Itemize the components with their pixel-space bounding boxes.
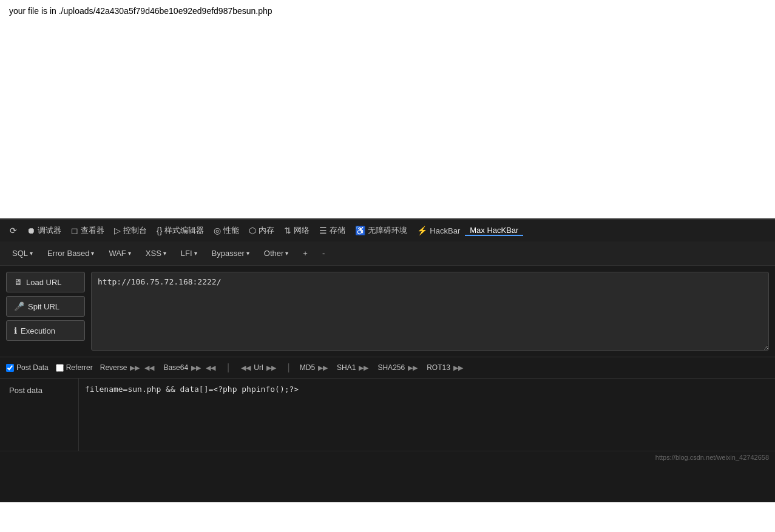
- execution-button[interactable]: ℹ Execution: [6, 320, 85, 341]
- action-buttons: 🖥 Load URL 🎤 Spit URL ℹ Execution: [6, 272, 85, 351]
- waf-menu-item[interactable]: WAF ▾: [103, 246, 137, 260]
- file-message: your file is in ./uploads/42a430a5f79d46…: [9, 6, 766, 16]
- hackbar-menu-bar: SQL ▾ Error Based ▾ WAF ▾ XSS ▾ LFI ▾ By…: [0, 241, 775, 266]
- base64-encode-btn[interactable]: ▶▶: [189, 363, 203, 372]
- devtools-debugger[interactable]: ⏺ 调试器: [22, 225, 66, 236]
- separator-2: |: [285, 362, 293, 373]
- xss-menu-item[interactable]: XSS ▾: [140, 246, 172, 260]
- url-encode-btn[interactable]: ▶▶: [265, 363, 278, 372]
- lfi-arrow: ▾: [194, 250, 197, 257]
- reverse-encode-btn[interactable]: ▶▶: [128, 363, 141, 372]
- devtools-accessibility[interactable]: ♿ 无障碍环境: [350, 225, 412, 236]
- devtools-performance[interactable]: ◎ 性能: [209, 225, 244, 236]
- sha256-encode-item: SHA256 ▶▶: [377, 363, 419, 372]
- referrer-checkbox[interactable]: [56, 364, 64, 372]
- separator-1: |: [225, 362, 232, 373]
- post-data-checkbox[interactable]: [6, 364, 14, 372]
- devtools-max-hackbar[interactable]: Max HacKBar: [465, 226, 523, 236]
- lfi-menu-item[interactable]: LFI ▾: [175, 246, 203, 260]
- sha256-encode-btn[interactable]: ▶▶: [406, 363, 419, 372]
- post-data-checkbox-item: Post Data: [6, 363, 49, 372]
- remove-menu-item[interactable]: -: [316, 246, 331, 260]
- sql-menu-item[interactable]: SQL ▾: [6, 246, 39, 260]
- other-menu-item[interactable]: Other ▾: [258, 246, 295, 260]
- spit-url-button[interactable]: 🎤 Spit URL: [6, 296, 85, 317]
- url-decode-btn[interactable]: ◀◀: [239, 363, 252, 372]
- url-input[interactable]: [91, 272, 769, 351]
- devtools-console[interactable]: ▷ 控制台: [109, 225, 152, 236]
- hackbar-panel: SQL ▾ Error Based ▾ WAF ▾ XSS ▾ LFI ▾ By…: [0, 241, 775, 502]
- sha1-encode-btn[interactable]: ▶▶: [357, 363, 370, 372]
- execution-icon: ℹ: [14, 326, 17, 335]
- load-url-button[interactable]: 🖥 Load URL: [6, 272, 85, 292]
- devtools-storage[interactable]: ☰ 存储: [314, 225, 350, 236]
- hackbar-main-area: 🖥 Load URL 🎤 Spit URL ℹ Execution: [0, 266, 775, 357]
- base64-decode-btn[interactable]: ◀◀: [204, 363, 217, 372]
- add-menu-item[interactable]: +: [297, 246, 314, 260]
- devtools-memory[interactable]: ⬡ 内存: [244, 225, 279, 236]
- sql-menu-arrow: ▾: [30, 250, 33, 257]
- footer: https://blog.csdn.net/weixin_42742658: [0, 451, 775, 463]
- devtools-refresh-icon[interactable]: ⟳: [5, 226, 22, 235]
- rot13-encode-btn[interactable]: ▶▶: [452, 363, 465, 372]
- spit-url-icon: 🎤: [14, 301, 24, 311]
- bypasser-arrow: ▾: [246, 250, 249, 257]
- devtools-inspector[interactable]: ◻ 查看器: [66, 225, 109, 236]
- devtools-network[interactable]: ⇅ 网络: [279, 225, 314, 236]
- reverse-encode-item: Reverse ▶▶ ◀◀: [100, 363, 157, 372]
- devtools-style-editor[interactable]: {} 样式编辑器: [152, 225, 209, 236]
- devtools-hackbar[interactable]: ⚡ HackBar: [412, 226, 465, 235]
- top-content: your file is in ./uploads/42a430a5f79d46…: [0, 0, 775, 218]
- devtools-bar: ⟳ ⏺ 调试器 ◻ 查看器 ▷ 控制台 {} 样式编辑器 ◎ 性能 ⬡ 内存 ⇅…: [0, 218, 775, 241]
- error-based-arrow: ▾: [91, 250, 94, 257]
- url-encode-item: ◀◀ Url ▶▶: [239, 363, 277, 372]
- waf-arrow: ▾: [128, 250, 131, 257]
- error-based-menu-item[interactable]: Error Based ▾: [41, 246, 100, 260]
- sha1-encode-item: SHA1 ▶▶: [337, 363, 370, 372]
- options-bar: Post Data Referrer Reverse ▶▶ ◀◀ Base64 …: [0, 357, 775, 378]
- reverse-decode-btn[interactable]: ◀◀: [143, 363, 156, 372]
- load-url-icon: 🖥: [14, 277, 22, 287]
- post-data-input[interactable]: [79, 379, 775, 451]
- rot13-encode-item: ROT13 ▶▶: [427, 363, 465, 372]
- post-data-section: Post data: [0, 378, 775, 451]
- base64-encode-item: Base64 ▶▶ ◀◀: [163, 363, 217, 372]
- referrer-checkbox-item: Referrer: [56, 363, 93, 372]
- md5-encode-item: MD5 ▶▶: [300, 363, 330, 372]
- md5-encode-btn[interactable]: ▶▶: [316, 363, 330, 372]
- post-data-label: Post data: [0, 379, 79, 451]
- xss-arrow: ▾: [163, 250, 166, 257]
- bypasser-menu-item[interactable]: Bypasser ▾: [206, 246, 256, 260]
- other-arrow: ▾: [285, 250, 288, 257]
